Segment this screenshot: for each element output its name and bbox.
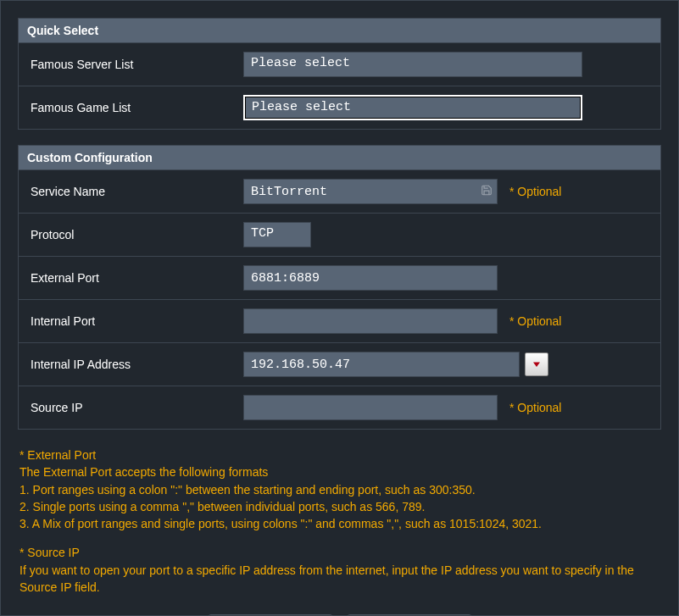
famous-game-select[interactable]: Please select — [243, 95, 582, 120]
help-ext-heading: * External Port — [19, 447, 660, 463]
protocol-label: Protocol — [27, 228, 243, 241]
internal-port-label: Internal Port — [27, 314, 243, 328]
service-name-optional: * Optional — [509, 185, 561, 198]
external-port-input[interactable] — [243, 265, 498, 291]
internal-ip-label: Internal IP Address — [27, 358, 243, 371]
famous-server-row: Famous Server List Please select — [19, 42, 660, 86]
help-ext-line2: 2. Single ports using a comma "," betwee… — [19, 498, 660, 515]
internal-port-input[interactable] — [243, 308, 498, 334]
service-name-row: Service Name * Optional — [19, 169, 660, 213]
help-ext-line1: 1. Port ranges using a colon ":" between… — [19, 481, 660, 498]
help-src-line0: If you want to open your port to a speci… — [19, 562, 660, 597]
protocol-select[interactable]: TCP — [243, 222, 311, 247]
source-ip-optional: * Optional — [509, 401, 561, 414]
chevron-down-icon — [532, 359, 542, 369]
internal-port-row: Internal Port * Optional — [19, 299, 660, 342]
famous-server-label: Famous Server List — [27, 58, 243, 71]
quick-select-header: Quick Select — [19, 19, 660, 42]
protocol-row: Protocol TCP — [19, 213, 660, 256]
custom-config-header: Custom Configuration — [19, 146, 660, 169]
help-ext-line3: 3. A Mix of port ranges and single ports… — [19, 515, 660, 532]
source-ip-row: Source IP * Optional — [19, 386, 660, 429]
ip-picker-button[interactable] — [525, 352, 548, 376]
svg-marker-0 — [533, 363, 540, 368]
help-src-heading: * Source IP — [19, 544, 660, 561]
source-ip-label: Source IP — [27, 401, 243, 414]
quick-select-section: Quick Select Famous Server List Please s… — [18, 18, 661, 130]
help-text: * External Port The External Port accept… — [18, 445, 661, 596]
famous-game-row: Famous Game List Please select — [19, 86, 660, 129]
service-name-label: Service Name — [27, 185, 243, 198]
internal-ip-input[interactable] — [243, 352, 520, 377]
internal-port-optional: * Optional — [509, 314, 561, 328]
internal-ip-row: Internal IP Address — [19, 342, 660, 386]
source-ip-input[interactable] — [243, 395, 498, 420]
custom-config-section: Custom Configuration Service Name * Opti… — [18, 145, 661, 430]
famous-game-label: Famous Game List — [27, 101, 243, 114]
service-name-input[interactable] — [243, 179, 498, 204]
external-port-label: External Port — [27, 271, 243, 285]
external-port-row: External Port — [19, 256, 660, 299]
save-preset-icon[interactable] — [481, 185, 493, 199]
help-ext-line0: The External Port accepts the following … — [19, 463, 660, 480]
famous-server-select[interactable]: Please select — [243, 52, 582, 77]
port-forward-dialog: { "quickSelect": { "title": "Quick Selec… — [0, 0, 679, 616]
